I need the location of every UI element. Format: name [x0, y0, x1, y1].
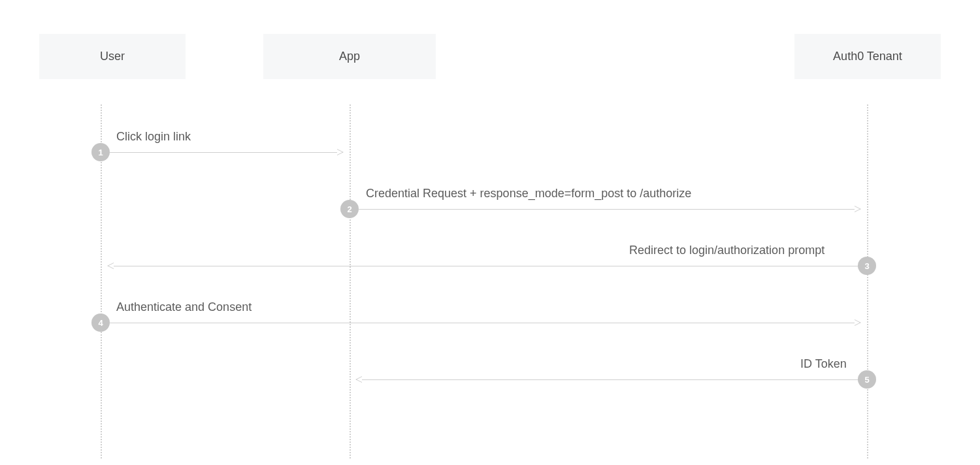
participant-tenant-label: Auth0 Tenant [833, 50, 902, 63]
step-3-num: 3 [864, 261, 869, 271]
step-1-arrow [110, 152, 343, 153]
lifeline-tenant [867, 104, 868, 458]
participant-app-label: App [339, 50, 360, 63]
step-5-marker: 5 [858, 370, 876, 389]
step-5-label: ID Token [800, 357, 847, 371]
step-1-num: 1 [98, 148, 103, 157]
step-4-label: Authenticate and Consent [116, 300, 252, 314]
lifeline-app [350, 104, 351, 458]
participant-user: User [39, 34, 186, 79]
arrow-head-right-icon [337, 149, 344, 155]
participant-tenant: Auth0 Tenant [794, 34, 941, 79]
step-1-marker: 1 [91, 143, 110, 161]
step-5-num: 5 [864, 375, 869, 385]
arrow-head-right-icon [855, 206, 861, 212]
step-3-marker: 3 [858, 257, 876, 275]
arrow-head-left-icon [107, 263, 114, 269]
step-4-marker: 4 [91, 313, 110, 332]
step-3-arrow [108, 266, 858, 266]
participant-app: App [263, 34, 436, 79]
arrow-head-right-icon [855, 319, 861, 326]
step-2-num: 2 [347, 204, 351, 214]
step-2-arrow [359, 209, 860, 210]
step-4-num: 4 [98, 318, 103, 328]
participant-user-label: User [100, 50, 125, 63]
step-2-label: Credential Request + response_mode=form_… [366, 187, 691, 200]
sequence-diagram: User App Auth0 Tenant 1 Click login link… [0, 0, 980, 465]
step-3-label: Redirect to login/authorization prompt [629, 244, 825, 257]
step-4-arrow [110, 323, 860, 323]
arrow-head-left-icon [355, 376, 362, 383]
step-5-arrow [356, 379, 858, 380]
step-2-marker: 2 [340, 200, 359, 218]
step-1-label: Click login link [116, 130, 191, 144]
